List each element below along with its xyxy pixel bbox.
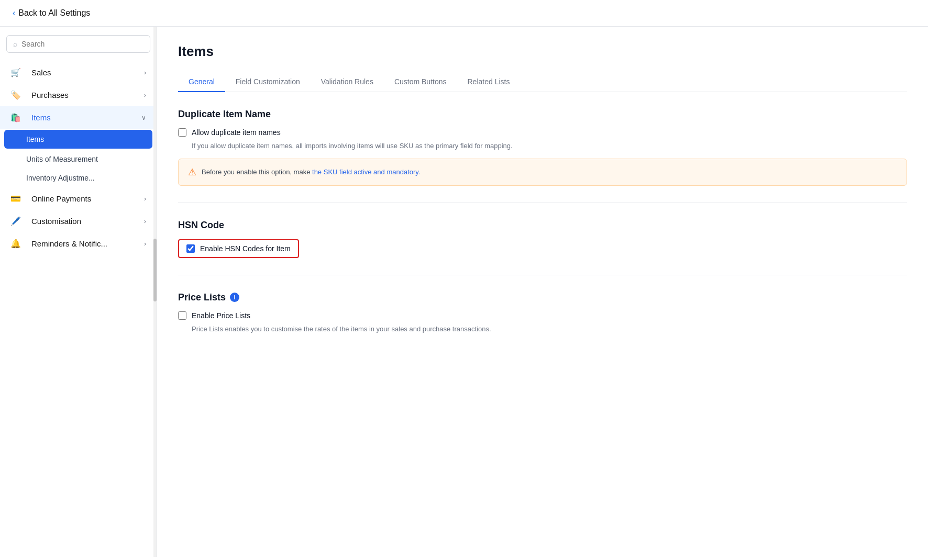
sidebar-subitem-units-label: Units of Measurement — [26, 155, 98, 163]
scrollbar-track — [153, 27, 157, 557]
warning-triangle-icon: ⚠ — [188, 166, 196, 178]
hsn-checkbox-wrapper: Enable HSN Codes for Item — [178, 239, 299, 258]
search-icon: ⌕ — [13, 40, 17, 48]
duplicate-item-name-row: Allow duplicate item names — [178, 128, 907, 137]
chevron-right-icon: › — [144, 69, 146, 76]
price-lists-title-row: Price Lists i — [178, 292, 907, 303]
enable-price-lists-checkbox[interactable] — [178, 311, 186, 320]
sidebar-item-customisation[interactable]: 🖊️ Customisation › — [0, 210, 157, 232]
sidebar-label-purchases: Purchases — [31, 91, 69, 99]
main-content: Items General Field Customization Valida… — [157, 27, 928, 557]
sidebar-subitem-inventory-label: Inventory Adjustme... — [26, 174, 95, 182]
tab-custom-buttons[interactable]: Custom Buttons — [384, 72, 457, 92]
back-link[interactable]: ‹ Back to All Settings — [13, 8, 90, 18]
warning-text: Before you enable this option, make the … — [202, 168, 420, 176]
online-payments-icon: 💳 — [10, 194, 21, 204]
reminders-icon: 🔔 — [10, 239, 21, 249]
section-duplicate-item-name: Duplicate Item Name Allow duplicate item… — [178, 109, 907, 203]
customisation-icon: 🖊️ — [10, 216, 21, 226]
allow-duplicate-checkbox[interactable] — [178, 128, 186, 137]
page-title: Items — [178, 43, 907, 60]
price-lists-helper-text: Price Lists enables you to customise the… — [192, 324, 907, 334]
tab-validation-rules[interactable]: Validation Rules — [311, 72, 384, 92]
enable-hsn-label[interactable]: Enable HSN Codes for Item — [200, 244, 291, 253]
tab-related-lists[interactable]: Related Lists — [457, 72, 521, 92]
back-label: Back to All Settings — [18, 8, 90, 18]
chevron-right-icon-payments: › — [144, 195, 146, 203]
sku-link[interactable]: the SKU field active and mandatory. — [312, 168, 420, 176]
sidebar-label-items: Items — [31, 113, 51, 122]
sidebar-item-reminders[interactable]: 🔔 Reminders & Notific... › — [0, 232, 157, 255]
duplicate-helper-text: If you allow duplicate item names, all i… — [192, 141, 907, 151]
search-input[interactable] — [21, 40, 143, 48]
tab-general[interactable]: General — [178, 72, 225, 92]
chevron-right-icon-purchases: › — [144, 92, 146, 99]
sidebar-label-online-payments: Online Payments — [31, 194, 91, 203]
back-arrow-icon: ‹ — [13, 8, 15, 18]
purchases-icon: 🏷️ — [10, 90, 21, 100]
top-bar: ‹ Back to All Settings — [0, 0, 928, 27]
tab-field-customization[interactable]: Field Customization — [225, 72, 311, 92]
sidebar-item-sales[interactable]: 🛒 Sales › — [0, 61, 157, 84]
enable-price-lists-row: Enable Price Lists — [178, 311, 907, 320]
sidebar-item-items-parent[interactable]: 🛍️ Items ∨ — [0, 106, 157, 129]
tabs: General Field Customization Validation R… — [178, 72, 907, 92]
section-hsn-code: HSN Code Enable HSN Codes for Item — [178, 220, 907, 275]
allow-duplicate-label[interactable]: Allow duplicate item names — [192, 128, 281, 137]
warning-prefix: Before you enable this option, make — [202, 168, 312, 176]
section-title-hsn: HSN Code — [178, 220, 907, 231]
sidebar-subitem-items[interactable]: Items — [4, 130, 152, 149]
section-title-price-lists: Price Lists — [178, 292, 226, 303]
chevron-right-icon-customisation: › — [144, 218, 146, 225]
section-title-duplicate: Duplicate Item Name — [178, 109, 907, 120]
search-box[interactable]: ⌕ — [6, 35, 150, 53]
sidebar-subitem-items-label: Items — [26, 135, 44, 143]
sidebar: ⌕ 🛒 Sales › 🏷️ Purchases › 🛍️ Items — [0, 27, 157, 557]
sidebar-item-purchases[interactable]: 🏷️ Purchases › — [0, 84, 157, 106]
sidebar-label-reminders: Reminders & Notific... — [31, 239, 107, 248]
sidebar-subitem-inventory[interactable]: Inventory Adjustme... — [0, 169, 157, 187]
info-icon[interactable]: i — [230, 293, 239, 302]
sales-icon: 🛒 — [10, 68, 21, 77]
enable-price-lists-label[interactable]: Enable Price Lists — [192, 311, 250, 320]
chevron-right-icon-reminders: › — [144, 240, 146, 248]
section-price-lists: Price Lists i Enable Price Lists Price L… — [178, 292, 907, 351]
chevron-down-icon-items: ∨ — [141, 114, 146, 121]
sidebar-subitem-units[interactable]: Units of Measurement — [0, 150, 157, 169]
enable-hsn-checkbox[interactable] — [186, 244, 195, 253]
scrollbar-thumb[interactable] — [153, 239, 157, 301]
items-icon: 🛍️ — [10, 113, 21, 122]
sidebar-item-online-payments[interactable]: 💳 Online Payments › — [0, 187, 157, 210]
layout: ⌕ 🛒 Sales › 🏷️ Purchases › 🛍️ Items — [0, 27, 928, 557]
sidebar-label-customisation: Customisation — [31, 217, 81, 226]
warning-box: ⚠ Before you enable this option, make th… — [178, 159, 907, 186]
sidebar-label-sales: Sales — [31, 68, 51, 77]
